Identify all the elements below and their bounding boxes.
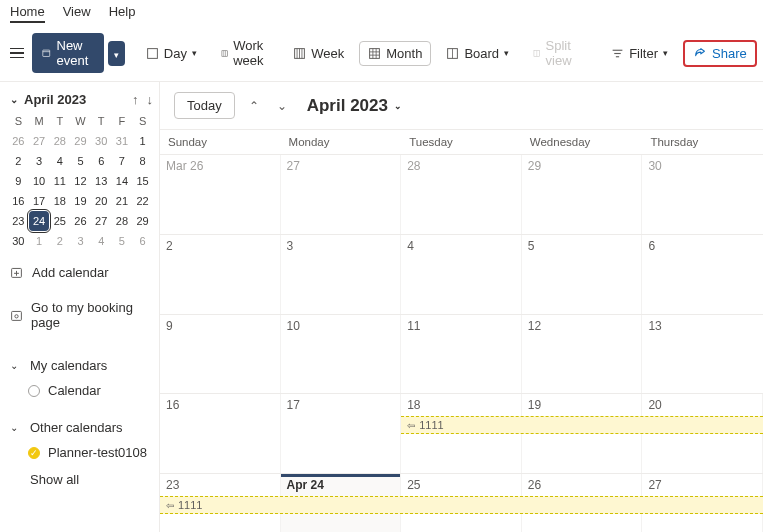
view-month-button[interactable]: Month	[359, 41, 431, 66]
day-cell[interactable]: 2	[160, 235, 281, 314]
menu-home[interactable]: Home	[10, 4, 45, 23]
day-number: 9	[166, 319, 274, 333]
event-bar[interactable]: ⇦1111	[401, 416, 763, 434]
mini-day[interactable]: 1	[29, 231, 49, 251]
day-cell[interactable]: 12	[522, 315, 643, 394]
mini-day[interactable]: 23	[8, 211, 28, 231]
mini-day[interactable]: 27	[29, 131, 49, 151]
mini-day[interactable]: 21	[112, 191, 132, 211]
svg-rect-10	[370, 48, 380, 58]
chevron-down-icon: ⌄	[10, 422, 22, 433]
calendar-item[interactable]: ✓ Planner-test0108	[8, 441, 153, 464]
mini-day[interactable]: 6	[91, 151, 111, 171]
mini-day[interactable]: 28	[50, 131, 70, 151]
weekday-header: SundayMondayTuesdayWednesdayThursday	[160, 129, 763, 155]
mini-day[interactable]: 20	[91, 191, 111, 211]
mini-day[interactable]: 4	[50, 151, 70, 171]
add-calendar-button[interactable]: Add calendar	[8, 259, 153, 286]
mini-day[interactable]: 29	[133, 211, 153, 231]
new-event-dropdown[interactable]: ▾	[108, 41, 125, 66]
today-button[interactable]: Today	[174, 92, 235, 119]
mini-day[interactable]: 7	[112, 151, 132, 171]
day-cell[interactable]: 6	[642, 235, 763, 314]
menu-view[interactable]: View	[63, 4, 91, 23]
day-cell[interactable]: 3	[281, 235, 402, 314]
mini-day[interactable]: 16	[8, 191, 28, 211]
day-cell[interactable]: 5	[522, 235, 643, 314]
svg-rect-28	[12, 311, 22, 320]
mini-day[interactable]: 18	[50, 191, 70, 211]
view-workweek-button[interactable]: Work week	[212, 33, 278, 73]
booking-page-button[interactable]: Go to my booking page	[8, 294, 153, 336]
month-title[interactable]: April 2023 ⌄	[307, 96, 402, 116]
my-calendars-header[interactable]: ⌄ My calendars	[8, 352, 153, 379]
mini-day[interactable]: 12	[70, 171, 90, 191]
mini-day[interactable]: 8	[133, 151, 153, 171]
mini-day[interactable]: 5	[112, 231, 132, 251]
mini-day[interactable]: 3	[70, 231, 90, 251]
day-cell[interactable]: 17	[281, 394, 402, 473]
mini-day[interactable]: 15	[133, 171, 153, 191]
day-cell[interactable]: 16	[160, 394, 281, 473]
week-row: 1617181920⇦1111	[160, 394, 763, 474]
mini-day[interactable]: 4	[91, 231, 111, 251]
mini-day[interactable]: 30	[8, 231, 28, 251]
mini-cal-header: ⌄ April 2023 ↑ ↓	[8, 90, 153, 113]
chevron-down-icon[interactable]: ⌄	[10, 94, 18, 105]
mini-day[interactable]: 22	[133, 191, 153, 211]
share-button[interactable]: Share	[683, 40, 757, 67]
view-day-button[interactable]: Day▾	[137, 41, 206, 66]
prev-month-button[interactable]: ⌃	[245, 97, 263, 115]
mini-day[interactable]: 14	[112, 171, 132, 191]
mini-day[interactable]: 10	[29, 171, 49, 191]
day-cell[interactable]: 28	[401, 155, 522, 234]
mini-day[interactable]: 3	[29, 151, 49, 171]
mini-prev-button[interactable]: ↑	[132, 92, 139, 107]
mini-day[interactable]: 28	[112, 211, 132, 231]
day-cell[interactable]: 29	[522, 155, 643, 234]
mini-day[interactable]: 17	[29, 191, 49, 211]
mini-day[interactable]: 9	[8, 171, 28, 191]
day-number: 3	[287, 239, 395, 253]
menu-help[interactable]: Help	[109, 4, 136, 23]
mini-day[interactable]: 19	[70, 191, 90, 211]
day-number: 5	[528, 239, 636, 253]
view-week-button[interactable]: Week	[284, 41, 353, 66]
view-board-button[interactable]: Board▾	[437, 41, 518, 66]
mini-day[interactable]: 29	[70, 131, 90, 151]
event-bar[interactable]: ⇦1111	[160, 496, 763, 514]
mini-day[interactable]: 11	[50, 171, 70, 191]
mini-day[interactable]: 25	[50, 211, 70, 231]
mini-calendar: SMTWTFS262728293031123456789101112131415…	[8, 113, 153, 251]
mini-day[interactable]: 26	[8, 131, 28, 151]
day-cell[interactable]: 11	[401, 315, 522, 394]
mini-next-button[interactable]: ↓	[147, 92, 154, 107]
day-cell[interactable]: 27	[281, 155, 402, 234]
next-month-button[interactable]: ⌄	[273, 97, 291, 115]
day-cell[interactable]: 10	[281, 315, 402, 394]
day-number: 26	[528, 478, 636, 492]
day-cell[interactable]: Mar 26	[160, 155, 281, 234]
day-cell[interactable]: 4	[401, 235, 522, 314]
new-event-button[interactable]: New event	[32, 33, 104, 73]
other-calendars-header[interactable]: ⌄ Other calendars	[8, 414, 153, 441]
mini-day[interactable]: 24	[29, 211, 49, 231]
mini-day[interactable]: 2	[50, 231, 70, 251]
day-cell[interactable]: 30	[642, 155, 763, 234]
mini-day[interactable]: 31	[112, 131, 132, 151]
mini-day[interactable]: 13	[91, 171, 111, 191]
mini-day[interactable]: 26	[70, 211, 90, 231]
calendar-item[interactable]: Calendar	[8, 379, 153, 402]
hamburger-icon[interactable]	[8, 44, 26, 63]
mini-day[interactable]: 6	[133, 231, 153, 251]
mini-day[interactable]: 1	[133, 131, 153, 151]
day-cell[interactable]: 13	[642, 315, 763, 394]
workweek-icon	[221, 47, 228, 60]
mini-day[interactable]: 30	[91, 131, 111, 151]
day-cell[interactable]: 9	[160, 315, 281, 394]
mini-day[interactable]: 2	[8, 151, 28, 171]
filter-button[interactable]: Filter▾	[602, 41, 677, 66]
mini-day[interactable]: 5	[70, 151, 90, 171]
show-all-button[interactable]: Show all	[8, 464, 153, 491]
mini-day[interactable]: 27	[91, 211, 111, 231]
